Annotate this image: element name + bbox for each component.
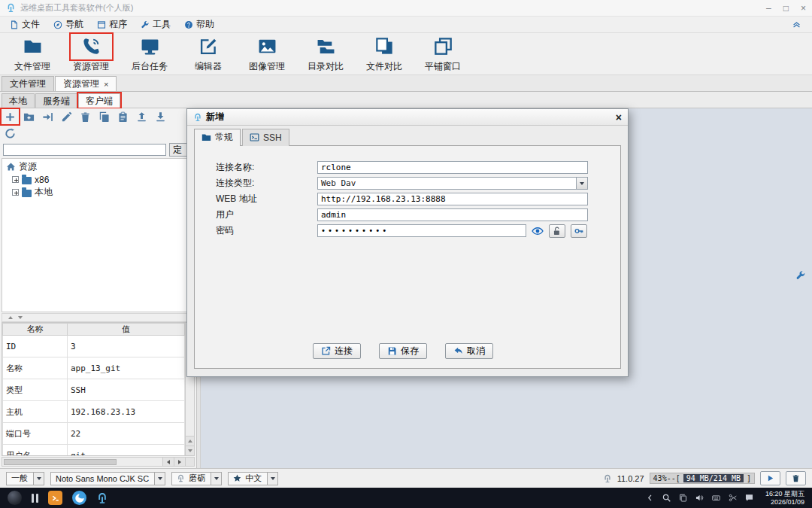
tree-node-local[interactable]: 本地 [2,186,194,199]
paste-button[interactable] [114,109,132,124]
volume-icon[interactable] [695,494,704,502]
dropdown-button[interactable] [576,178,587,189]
toolbar-editor[interactable]: 编辑器 [179,34,238,73]
font-select[interactable]: Noto Sans Mono CJK SC [50,472,165,485]
subtab-client[interactable]: 客户端 [78,93,120,108]
add-group-button[interactable] [20,109,38,124]
scroll-up-button[interactable] [186,436,194,446]
collapse-toolbar-icon[interactable] [792,20,801,29]
toolbar-image-management[interactable]: 图像管理 [238,34,296,73]
scroll-right-button[interactable] [174,458,185,466]
show-password-icon[interactable] [532,225,544,237]
connection-name-input[interactable] [317,161,588,174]
table-row[interactable]: 类型SSH [3,379,185,401]
dialog-title: 新增 [206,111,224,123]
clock[interactable]: 16:20 星期五 2026/01/09 [765,490,804,506]
table-row[interactable]: 主机192.168.23.13 [3,401,185,423]
tab-close-icon[interactable]: × [104,80,108,89]
dialog-titlebar[interactable]: 新增 × [187,109,628,126]
connect-session-button[interactable] [39,109,56,124]
search-icon[interactable] [662,494,671,502]
side-settings-wrench-icon[interactable] [795,270,806,281]
column-header-value[interactable]: 值 [68,324,185,336]
subtab-local[interactable]: 本地 [2,93,35,108]
taskbar-app-icon[interactable] [96,492,108,504]
theme-select[interactable]: 磨砺 [171,472,222,485]
save-button[interactable]: 保存 [379,343,427,359]
refresh-button[interactable] [2,126,19,141]
key-button[interactable] [571,224,587,238]
clear-button[interactable] [786,471,806,485]
connect-button[interactable]: 连接 [313,343,361,359]
chevron-down-icon [271,477,275,480]
tab-resource-management[interactable]: 资源管理 × [55,76,117,91]
terminal-app-icon[interactable] [48,491,62,505]
menu-file[interactable]: 文件 [3,17,47,32]
toolbar-tile-windows[interactable]: 平铺窗口 [414,34,472,73]
user-input[interactable] [317,208,588,221]
tree-filter-input[interactable] [3,144,166,156]
toolbar-directory-compare[interactable]: 目录对比 [296,34,355,73]
sort-asc-icon[interactable] [8,316,13,319]
statusbar: 一般 Noto Sans Mono CJK SC 磨砺 中文 11.0.27 4… [0,468,812,488]
close-button[interactable]: × [801,4,806,13]
scroll-left-button[interactable] [162,458,174,466]
import-button[interactable] [133,109,150,124]
tray-expand-icon[interactable] [646,494,654,502]
scrollbar-thumb[interactable] [4,459,117,465]
menu-programs[interactable]: 程序 [90,17,134,32]
subtab-server[interactable]: 服务端 [35,93,77,108]
toolbar-file-management[interactable]: 文件管理 [3,34,62,73]
toolbar-file-compare[interactable]: 文件对比 [355,34,414,73]
copy-button[interactable] [95,109,113,124]
browser-app-icon[interactable] [72,491,86,505]
toolbar-resource-management[interactable]: 资源管理 [62,34,120,73]
language-select[interactable]: 中文 [228,472,278,485]
expand-icon[interactable] [12,189,19,196]
maximize-button[interactable]: □ [783,4,789,13]
table-row[interactable]: 端口号22 [3,423,185,445]
dialog-tab-general[interactable]: 常规 [194,129,241,146]
column-header-name[interactable]: 名称 [3,324,68,336]
dialog-close-button[interactable]: × [616,111,622,123]
horizontal-scrollbar[interactable] [2,457,195,467]
chevron-down-icon [158,477,162,480]
delete-button[interactable] [77,109,94,124]
status-right: 11.0.27 43%--[ 94 MB/214 MB ] [603,471,806,485]
tree-root-resources[interactable]: 资源 [2,160,194,173]
chat-icon[interactable] [745,494,753,502]
table-row[interactable]: 名称app_13_git [3,357,185,379]
table-row[interactable]: ID3 [3,336,185,357]
minimize-button[interactable]: – [766,4,771,13]
password-input[interactable] [317,224,526,237]
scroll-down-button[interactable] [186,446,194,455]
tree-node-x86[interactable]: x86 [2,173,194,186]
dock-icon[interactable] [32,494,38,503]
start-menu-icon[interactable] [8,491,22,505]
compass-icon [53,20,62,29]
keyboard-icon[interactable] [712,494,720,502]
expand-icon[interactable] [12,176,19,183]
edit-button[interactable] [58,109,75,124]
client-panel: 定 资源 x86 本地 [0,108,197,468]
menu-navigate[interactable]: 导航 [47,17,90,32]
sort-desc-icon[interactable] [18,316,23,319]
log-level-select[interactable]: 一般 [6,472,44,485]
toolbar-background-tasks[interactable]: 后台任务 [120,34,179,73]
web-address-input[interactable] [317,193,588,205]
run-button[interactable] [760,471,780,485]
connection-type-select[interactable]: Web Dav [317,177,588,190]
play-icon [766,474,774,482]
add-button[interactable] [2,109,19,124]
screenshot-icon[interactable] [729,494,737,502]
connect-icon [321,346,331,356]
clipboard-icon[interactable] [679,494,687,502]
unlock-button[interactable] [549,224,565,238]
dialog-tab-ssh[interactable]: SSH [242,129,289,146]
export-button[interactable] [152,109,169,124]
cancel-button[interactable]: 取消 [445,343,493,359]
tab-file-management[interactable]: 文件管理 [2,76,54,91]
menu-help[interactable]: 帮助 [177,17,221,32]
table-row[interactable]: 用户名git [3,445,185,457]
menu-tools[interactable]: 工具 [134,17,177,32]
